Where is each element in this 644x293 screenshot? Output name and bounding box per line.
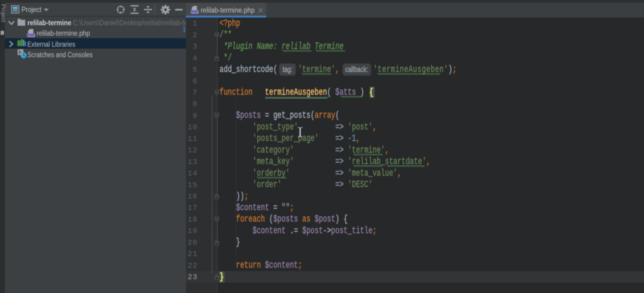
svg-text:PHP: PHP — [28, 33, 35, 37]
svg-text:PHP: PHP — [191, 10, 198, 14]
